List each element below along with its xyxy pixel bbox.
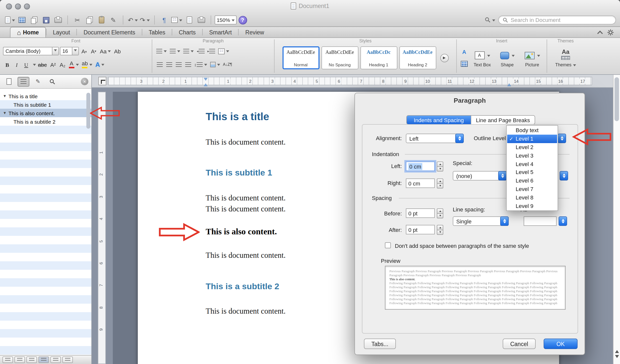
line-spacing-dropdown[interactable]: Single xyxy=(453,216,509,226)
style-chip-heading1[interactable]: AaBbCcDc Heading 1 xyxy=(360,46,397,69)
text-effects-button[interactable]: A xyxy=(94,60,106,69)
chevron-down-icon[interactable] xyxy=(72,47,78,55)
new-document-button[interactable] xyxy=(5,14,15,25)
draft-view-button[interactable] xyxy=(2,357,13,363)
tab-stop-selector[interactable] xyxy=(98,77,106,85)
special-dropdown[interactable]: (none) xyxy=(453,171,507,181)
bold-button[interactable]: B xyxy=(3,60,11,69)
menu-item-level8[interactable]: Level 8 xyxy=(507,193,557,202)
search-scope-button[interactable] xyxy=(485,14,495,25)
vertical-scrollbar[interactable] xyxy=(613,75,620,364)
photo-browser-button[interactable] xyxy=(460,59,469,68)
spacing-after-input[interactable]: 0 pt xyxy=(406,225,435,234)
shrink-font-button[interactable]: A▾ xyxy=(89,46,98,56)
ok-button[interactable]: OK xyxy=(544,339,578,349)
menu-item-level6[interactable]: Level 6 xyxy=(507,177,557,185)
text-effects-insert-button[interactable]: A xyxy=(460,47,468,57)
hanging-indent-marker[interactable] xyxy=(204,81,208,86)
subscript-button[interactable]: A₂ xyxy=(58,60,67,69)
decrease-indent-button[interactable]: ◂ xyxy=(196,46,205,56)
spacing-after-stepper[interactable] xyxy=(437,225,443,235)
document-map-button[interactable] xyxy=(184,14,194,25)
chevron-down-icon[interactable] xyxy=(33,64,36,67)
zoom-window-button[interactable] xyxy=(24,3,30,9)
strikethrough-button[interactable]: abc xyxy=(37,60,48,69)
horizontal-ruler[interactable]: 3211234567891011121314151617 xyxy=(108,77,592,85)
font-name-select[interactable]: Cambria (Body) xyxy=(3,47,59,55)
tab-tables[interactable]: Tables xyxy=(142,27,172,37)
tab-document-elements[interactable]: Document Elements xyxy=(77,27,142,37)
save-button[interactable] xyxy=(41,14,51,25)
alignment-dropdown[interactable]: Left xyxy=(406,134,464,143)
borders-button[interactable] xyxy=(217,46,230,56)
show-formatting-marks-button[interactable]: ¶ xyxy=(159,14,169,25)
menu-item-level3[interactable]: Level 3 xyxy=(507,151,557,160)
document-map-pane-button[interactable] xyxy=(17,77,29,87)
print-button[interactable] xyxy=(53,14,63,25)
spacing-before-input[interactable]: 0 pt xyxy=(406,208,435,218)
print-layout-view-button[interactable] xyxy=(38,357,49,363)
align-center-button[interactable] xyxy=(165,60,173,69)
menu-item-level7[interactable]: Level 7 xyxy=(507,185,557,193)
fullscreen-view-button[interactable] xyxy=(62,357,73,363)
indent-left-input[interactable]: 0 cm xyxy=(406,162,435,171)
search-input[interactable]: Search in Document xyxy=(498,15,616,24)
map-item-subtitle2[interactable]: This is a subtitle 2 xyxy=(0,117,91,126)
tab-smartart[interactable]: SmartArt xyxy=(203,27,238,37)
tab-indents-and-spacing[interactable]: Indents and Spacing xyxy=(407,116,471,124)
close-window-button[interactable] xyxy=(6,3,12,9)
line-spacing-button[interactable]: ↕ xyxy=(193,60,208,69)
scroll-up-arrow[interactable] xyxy=(615,348,619,353)
columns-button[interactable] xyxy=(171,14,182,25)
multilevel-list-button[interactable] xyxy=(182,46,195,56)
right-indent-marker[interactable] xyxy=(507,81,511,86)
insert-shape-button[interactable]: Shape xyxy=(496,48,519,67)
special-by-stepper[interactable] xyxy=(560,171,568,181)
indent-left-stepper[interactable] xyxy=(437,162,443,172)
format-painter-button[interactable]: ✎ xyxy=(108,14,118,25)
menu-item-level5[interactable]: Level 5 xyxy=(507,168,557,177)
grow-font-button[interactable]: A▴ xyxy=(80,46,88,56)
menu-item-level1[interactable]: ✓Level 1 xyxy=(507,135,557,143)
themes-button[interactable]: Aa Themes xyxy=(554,48,577,68)
chevron-down-icon[interactable] xyxy=(52,47,58,55)
menu-item-level9[interactable]: Level 9 xyxy=(507,201,557,210)
font-color-button[interactable]: A xyxy=(68,60,80,69)
copy-button[interactable] xyxy=(84,14,94,25)
paste-button[interactable] xyxy=(96,14,106,25)
minimize-window-button[interactable] xyxy=(15,3,21,9)
style-chip-normal[interactable]: AaBbCcDdEe Normal xyxy=(282,46,319,69)
change-case-button[interactable]: Aa xyxy=(99,46,112,56)
italic-button[interactable]: I xyxy=(12,60,21,69)
shading-button[interactable] xyxy=(209,60,221,69)
indent-right-input[interactable]: 0 cm xyxy=(406,179,435,188)
menu-item-level4[interactable]: Level 4 xyxy=(507,160,557,168)
redo-button[interactable]: ↷ xyxy=(140,14,150,25)
tab-home[interactable]: ⌂Home xyxy=(10,27,46,37)
outline-view-button[interactable] xyxy=(14,357,25,363)
more-styles-button[interactable]: ▶ xyxy=(440,54,449,62)
justify-button[interactable] xyxy=(184,60,192,69)
outline-level-stepper[interactable] xyxy=(558,134,566,143)
map-item-title[interactable]: ▼This is a title xyxy=(0,92,91,100)
notebook-view-button[interactable] xyxy=(50,357,61,363)
undo-button[interactable]: ↶ xyxy=(128,14,138,25)
map-item-subtitle1[interactable]: This is subtitle 1 xyxy=(0,100,91,109)
cut-button[interactable]: ✂ xyxy=(72,14,82,25)
insert-picture-button[interactable]: Picture xyxy=(521,48,544,67)
scrollbar-thumb[interactable] xyxy=(615,77,619,121)
highlight-button[interactable]: ab xyxy=(81,60,94,69)
style-chip-heading2[interactable]: AaBbCcDdEe Heading 2 xyxy=(399,46,436,69)
clear-formatting-button[interactable]: Ab xyxy=(113,46,122,56)
indent-right-stepper[interactable] xyxy=(437,179,443,188)
print-preview-button[interactable] xyxy=(196,14,206,25)
find-pane-button[interactable] xyxy=(46,77,58,87)
scroll-down-arrow[interactable] xyxy=(615,355,619,360)
at-stepper[interactable] xyxy=(559,216,567,226)
superscript-button[interactable]: A² xyxy=(49,60,57,69)
collapse-ribbon-icon[interactable] xyxy=(597,31,603,36)
tab-review[interactable]: Review xyxy=(239,27,271,37)
tab-line-and-page-breaks[interactable]: Line and Page Breaks xyxy=(471,116,535,124)
menu-item-body-text[interactable]: Body text xyxy=(507,126,557,135)
align-right-button[interactable] xyxy=(174,60,183,69)
